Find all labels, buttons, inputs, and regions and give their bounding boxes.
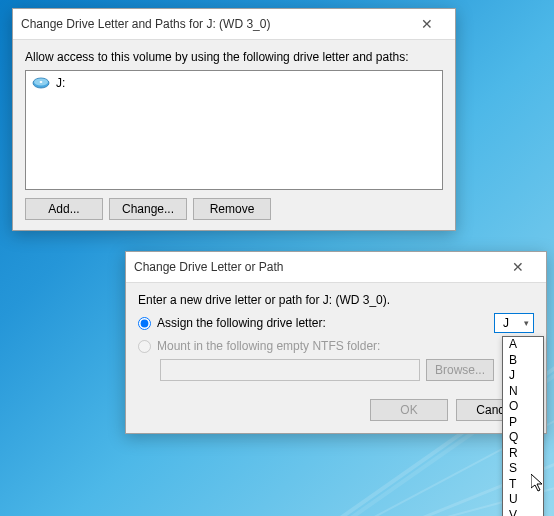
dropdown-option[interactable]: R: [503, 446, 543, 462]
assign-letter-radio[interactable]: [138, 317, 151, 330]
instruction-text: Allow access to this volume by using the…: [25, 50, 443, 64]
dialog-title: Change Drive Letter and Paths for J: (WD…: [21, 17, 407, 31]
dropdown-option[interactable]: S: [503, 461, 543, 477]
drive-letter-combo[interactable]: J ▾: [494, 313, 534, 333]
mount-folder-label: Mount in the following empty NTFS folder…: [157, 339, 380, 353]
close-icon[interactable]: ✕: [498, 259, 538, 275]
change-button[interactable]: Change...: [109, 198, 187, 220]
dropdown-option[interactable]: V: [503, 508, 543, 517]
ntfs-path-input: [160, 359, 420, 381]
close-icon[interactable]: ✕: [407, 16, 447, 32]
paths-listbox[interactable]: J:: [25, 70, 443, 190]
drive-icon: [32, 77, 50, 89]
change-drive-letter-dialog: Change Drive Letter or Path ✕ Enter a ne…: [125, 251, 547, 434]
dropdown-option[interactable]: B: [503, 353, 543, 369]
drive-letter-dropdown[interactable]: ABJNOPQRSTUVWXYZ: [502, 336, 544, 516]
dialog-title: Change Drive Letter or Path: [134, 260, 498, 274]
dropdown-option[interactable]: Q: [503, 430, 543, 446]
instruction-text: Enter a new drive letter or path for J: …: [138, 293, 534, 307]
assign-letter-row[interactable]: Assign the following drive letter: J ▾: [138, 313, 534, 333]
dropdown-option[interactable]: J: [503, 368, 543, 384]
dropdown-option[interactable]: U: [503, 492, 543, 508]
remove-button[interactable]: Remove: [193, 198, 271, 220]
titlebar[interactable]: Change Drive Letter and Paths for J: (WD…: [13, 9, 455, 40]
combo-value: J: [503, 316, 509, 330]
add-button[interactable]: Add...: [25, 198, 103, 220]
svg-point-2: [40, 81, 43, 83]
ok-button: OK: [370, 399, 448, 421]
list-item[interactable]: J:: [30, 75, 438, 91]
change-drive-paths-dialog: Change Drive Letter and Paths for J: (WD…: [12, 8, 456, 231]
dropdown-option[interactable]: T: [503, 477, 543, 493]
mount-folder-row[interactable]: Mount in the following empty NTFS folder…: [138, 339, 534, 353]
chevron-down-icon: ▾: [524, 318, 529, 328]
titlebar[interactable]: Change Drive Letter or Path ✕: [126, 252, 546, 283]
dropdown-option[interactable]: O: [503, 399, 543, 415]
browse-button: Browse...: [426, 359, 494, 381]
dropdown-option[interactable]: P: [503, 415, 543, 431]
mount-folder-radio[interactable]: [138, 340, 151, 353]
drive-label: J:: [56, 76, 65, 90]
assign-letter-label: Assign the following drive letter:: [157, 316, 488, 330]
dropdown-option[interactable]: A: [503, 337, 543, 353]
dropdown-option[interactable]: N: [503, 384, 543, 400]
